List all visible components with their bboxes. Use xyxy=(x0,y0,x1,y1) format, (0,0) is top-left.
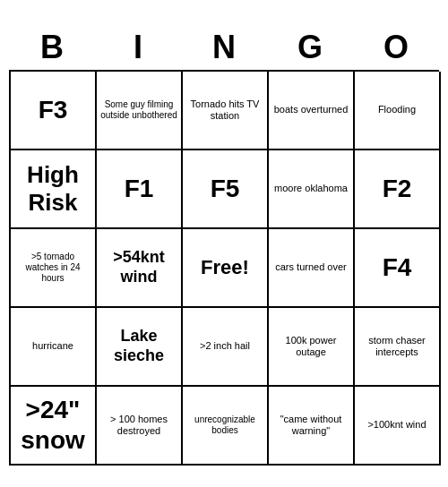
bingo-cell-18: 100k power outage xyxy=(269,308,355,387)
bingo-cell-2: Tornado hits TV station xyxy=(183,72,269,150)
bingo-cell-13: cars turned over xyxy=(269,229,355,308)
title-b: B xyxy=(13,29,91,66)
bingo-title: B I N G O xyxy=(9,21,439,70)
bingo-cell-24: >100knt wind xyxy=(355,387,441,466)
bingo-cell-1: Some guy filming outside unbothered xyxy=(97,72,183,150)
bingo-cell-21: > 100 homes destroyed xyxy=(97,387,183,466)
bingo-cell-16: Lake sieche xyxy=(97,308,183,387)
title-n: N xyxy=(185,29,263,66)
bingo-cell-23: "came without warning" xyxy=(269,387,355,466)
bingo-cell-3: boats overturned xyxy=(269,72,355,150)
bingo-cell-4: Flooding xyxy=(355,72,441,150)
bingo-cell-17: >2 inch hail xyxy=(183,308,269,387)
bingo-cell-19: storm chaser intercepts xyxy=(355,308,441,387)
bingo-cell-5: High Risk xyxy=(11,150,97,229)
bingo-cell-10: >5 tornado watches in 24 hours xyxy=(11,229,97,308)
bingo-cell-12: Free! xyxy=(183,229,269,308)
bingo-cell-14: F4 xyxy=(355,229,441,308)
title-i: I xyxy=(99,29,177,66)
bingo-cell-7: F5 xyxy=(183,150,269,229)
bingo-cell-11: >54knt wind xyxy=(97,229,183,308)
bingo-cell-6: F1 xyxy=(97,150,183,229)
bingo-cell-20: >24" snow xyxy=(11,387,97,466)
bingo-cell-9: F2 xyxy=(355,150,441,229)
bingo-card: B I N G O F3Some guy filming outside unb… xyxy=(9,21,439,466)
title-o: O xyxy=(357,29,435,66)
bingo-cell-0: F3 xyxy=(11,72,97,150)
bingo-cell-15: hurricane xyxy=(11,308,97,387)
bingo-cell-8: moore oklahoma xyxy=(269,150,355,229)
title-g: G xyxy=(271,29,349,66)
bingo-grid: F3Some guy filming outside unbotheredTor… xyxy=(9,70,439,466)
bingo-cell-22: unrecognizable bodies xyxy=(183,387,269,466)
